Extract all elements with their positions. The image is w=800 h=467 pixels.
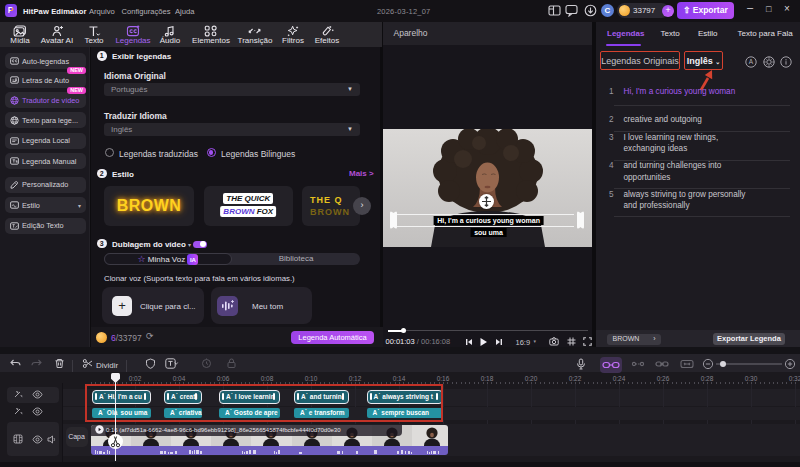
svg-text:A: A [749,58,754,65]
